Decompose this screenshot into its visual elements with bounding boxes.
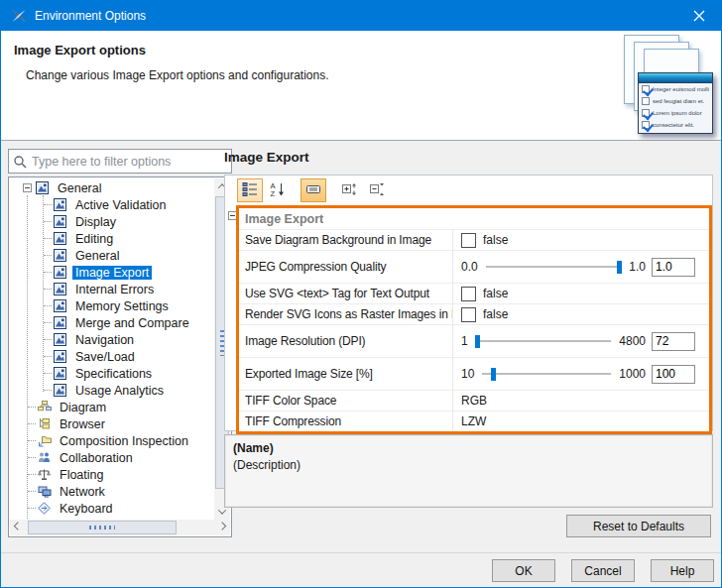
tree-item-merge-and-compare[interactable]: Merge and Compare: [10, 314, 213, 331]
unchecked-checkbox[interactable]: [461, 233, 476, 248]
checklist-label: sed feugiat diam et.: [653, 98, 704, 104]
page-title: Image Export options: [14, 43, 146, 58]
tree-guide-stub: [44, 289, 52, 290]
property-label: JPEG Compression Quality: [239, 251, 453, 283]
checklist-row: consectetur elit.: [639, 119, 712, 131]
tree-item-plugins[interactable]: Plugins: [10, 517, 213, 519]
properties-table: Image ExportSave Diagram Background in I…: [236, 205, 712, 434]
property-text-value[interactable]: LZW: [461, 414, 486, 428]
environment-options-dialog: Environment Options Image Export options…: [0, 0, 722, 588]
slider-thumb[interactable]: [475, 335, 480, 348]
tree-item-keyboard[interactable]: Keyboard: [10, 500, 213, 517]
filter-input[interactable]: [32, 155, 227, 169]
tree-item-composition-inspection[interactable]: Composition Inspection: [10, 432, 213, 449]
diagram-icon: [38, 401, 52, 414]
expand-all-button[interactable]: [336, 178, 362, 202]
options-category-icon: [54, 215, 67, 229]
ok-button[interactable]: OK: [492, 559, 555, 582]
tree-guide-stub: [28, 508, 36, 509]
show-description-button[interactable]: [301, 178, 326, 202]
tree-guide-stub: [28, 407, 36, 408]
slider-value-input[interactable]: [652, 365, 695, 384]
tree-guide-stub: [28, 491, 36, 492]
cancel-button[interactable]: Cancel: [571, 559, 635, 582]
tree-item-label: Browser: [57, 417, 108, 431]
property-text-value[interactable]: RGB: [461, 394, 487, 408]
unchecked-checkbox[interactable]: [461, 307, 476, 322]
title-bar: Environment Options: [0, 0, 722, 31]
slider-track[interactable]: [482, 373, 611, 375]
tree-item-browser[interactable]: Browser: [10, 415, 213, 432]
property-group-header: Image Export: [239, 208, 709, 229]
tree-item-save-load[interactable]: Save/Load: [10, 348, 213, 365]
tree-item-memory-settings[interactable]: Memory Settings: [10, 297, 213, 314]
checklist-card: Integer euismod mollissed feugiat diam e…: [638, 72, 713, 134]
scroll-left-button[interactable]: [10, 520, 26, 535]
tree-item-general[interactable]: General: [10, 247, 213, 264]
tree-item-usage-analytics[interactable]: Usage Analytics: [10, 382, 213, 399]
chevron-right-icon: [218, 522, 226, 529]
tree-item-label: Diagram: [57, 401, 109, 414]
sort-alphabetically-button[interactable]: AZ: [265, 178, 291, 202]
help-button[interactable]: Help: [651, 559, 714, 582]
tree-guide-stub: [44, 221, 52, 222]
tree-item-collaboration[interactable]: Collaboration: [10, 449, 213, 466]
show-description-icon: [305, 181, 321, 200]
slider-value-input[interactable]: [652, 332, 695, 351]
unchecked-checkbox[interactable]: [461, 287, 476, 301]
property-label: TIFF Compression: [239, 412, 453, 431]
slider-track[interactable]: [486, 266, 622, 268]
slider-value-input[interactable]: [652, 258, 695, 277]
categorized-view-button[interactable]: [237, 178, 263, 202]
options-category-icon: [54, 316, 67, 330]
options-category-icon: [54, 283, 67, 296]
slider-thumb[interactable]: [617, 261, 622, 274]
checklist-row: Lorem ipsum dolor: [639, 107, 712, 119]
tree-item-editing[interactable]: Editing: [10, 230, 213, 247]
tree-item-label: Network: [57, 485, 108, 499]
tree-guide-stub: [44, 356, 52, 357]
keyboard-icon: [38, 502, 52, 516]
network-icon: [38, 485, 52, 499]
tree-item-internal-errors[interactable]: Internal Errors: [10, 281, 213, 297]
plugins-icon: [38, 519, 52, 520]
dialog-footer: OK Cancel Help: [1, 552, 721, 587]
property-value: RGB: [453, 394, 709, 408]
close-button[interactable]: [676, 0, 722, 31]
reset-to-defaults-button[interactable]: Reset to Defaults: [566, 515, 711, 537]
tree-item-display[interactable]: Display: [10, 213, 213, 230]
tree-item-navigation[interactable]: Navigation: [10, 331, 213, 348]
slider-track[interactable]: [476, 340, 612, 342]
tree-item-specifications[interactable]: Specifications: [10, 365, 213, 382]
property-value: 0.01.0: [453, 258, 709, 277]
tree-item-diagram[interactable]: Diagram: [10, 399, 213, 415]
tree-item-label: General: [72, 249, 122, 263]
tree-item-general[interactable]: General: [10, 179, 213, 196]
property-description-placeholder: (Description): [233, 457, 704, 474]
checklist-card-header: [639, 73, 712, 83]
slider-thumb[interactable]: [491, 368, 496, 381]
slider-min-label: 0.0: [461, 260, 478, 274]
tree-guide-stub: [44, 255, 52, 256]
tree-item-label: Floating: [57, 468, 106, 482]
horizontal-scrollbar[interactable]: [10, 520, 230, 535]
browser-icon: [38, 417, 52, 431]
tree-item-label: Navigation: [72, 333, 137, 347]
property-value: false: [453, 307, 709, 322]
checkbox-value-label: false: [483, 287, 508, 300]
property-row-image-resolution-dpi: Image Resolution (DPI)14800: [239, 324, 709, 357]
horizontal-scrollbar-thumb[interactable]: [28, 521, 177, 534]
scroll-right-button[interactable]: [214, 520, 230, 535]
tree-item-label: Collaboration: [57, 451, 136, 465]
collapse-expander-icon[interactable]: [23, 183, 32, 192]
tree-item-label: Display: [72, 215, 119, 229]
tree-item-network[interactable]: Network: [10, 483, 213, 500]
tree-item-floating[interactable]: Floating: [10, 466, 213, 483]
collapse-all-button[interactable]: [364, 178, 390, 202]
slider-min-label: 1: [461, 334, 468, 348]
options-category-icon: [54, 350, 67, 364]
tree-item-active-validation[interactable]: Active Validation: [10, 196, 213, 213]
window-title: Environment Options: [35, 9, 676, 23]
tree-item-image-export[interactable]: Image Export: [10, 264, 213, 281]
options-category-icon: [54, 384, 67, 398]
